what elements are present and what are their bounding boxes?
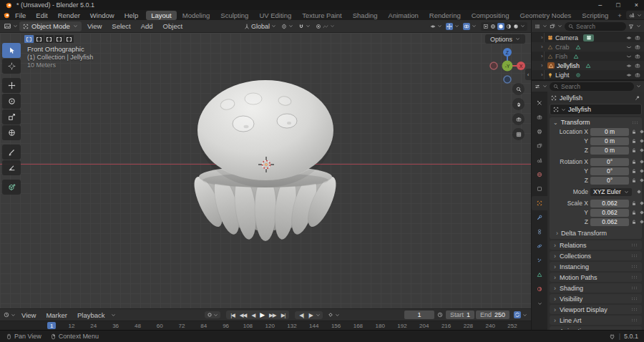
menu-edit[interactable]: Edit [31, 11, 52, 19]
select-mode-new[interactable] [24, 35, 34, 43]
select-mode-invert[interactable] [54, 35, 64, 43]
drag-grip-icon[interactable] [631, 286, 638, 290]
playback-button-5[interactable]: ▶| [279, 312, 288, 318]
expand-icon[interactable] [541, 53, 545, 59]
playback-button-2[interactable]: ◀ [249, 312, 257, 318]
playback-button-3[interactable]: ▶ [258, 311, 266, 318]
window-minimize-button[interactable]: – [598, 1, 602, 9]
render-visibility-icon[interactable] [635, 72, 640, 78]
xray-toggle-icon[interactable] [483, 24, 489, 29]
menu-window[interactable]: Window [85, 11, 119, 19]
stopwatch-icon[interactable] [437, 312, 443, 318]
rotation-x-field[interactable]: 0° [590, 158, 629, 166]
object-name-field[interactable]: Jellyfish [550, 104, 642, 115]
pan-button[interactable] [512, 98, 525, 110]
rotation-z-field[interactable]: 0° [590, 177, 629, 185]
animate-dot[interactable] [640, 169, 644, 173]
timeline-ruler[interactable]: 1 12243648607284961081201321441561681801… [0, 321, 531, 330]
properties-editor-icon[interactable] [535, 84, 540, 89]
tool-add-cube[interactable] [2, 180, 21, 195]
keying-set-controls[interactable] [328, 312, 340, 318]
workspace-tab-compositing[interactable]: Compositing [467, 11, 514, 20]
options-button[interactable]: Options [485, 34, 525, 44]
tab-view-layer[interactable] [532, 139, 547, 153]
scale-y-field[interactable]: 0.062 [590, 209, 629, 217]
lock-icon[interactable] [631, 177, 637, 183]
rendered-shading-icon[interactable] [513, 24, 519, 29]
eye-open-icon[interactable] [626, 35, 632, 41]
tab-object[interactable] [532, 196, 547, 210]
camera-data-icon[interactable] [583, 34, 594, 41]
outliner-search[interactable]: Search [565, 22, 626, 31]
viewport-menu-select[interactable]: Select [107, 22, 135, 30]
lock-icon[interactable] [631, 168, 637, 174]
render-visibility-icon[interactable] [635, 54, 640, 59]
playhead-badge[interactable]: 1 [47, 322, 56, 329]
workspace-tab-sculpting[interactable]: Sculpting [215, 11, 253, 20]
wireframe-shading-icon[interactable] [490, 24, 496, 29]
pivot-point-dropdown[interactable] [281, 24, 293, 29]
viewport-menu-object[interactable]: Object [159, 22, 187, 30]
overlays-toggle[interactable] [463, 23, 477, 30]
transform-orientation-dropdown[interactable]: Global [244, 23, 276, 30]
menu-render[interactable]: Render [53, 11, 85, 19]
eye-open-icon[interactable] [626, 72, 632, 78]
animate-dot[interactable] [637, 190, 641, 194]
eye-closed-icon[interactable] [626, 44, 632, 50]
tab-physics[interactable] [532, 239, 547, 253]
animate-dot[interactable] [640, 139, 644, 143]
sidebar-collapse-handle[interactable] [525, 69, 531, 80]
add-workspace-button[interactable]: + [613, 11, 626, 19]
drag-grip-icon[interactable] [631, 275, 638, 279]
workspace-tab-shading[interactable]: Shading [348, 11, 383, 20]
tool-scale[interactable] [2, 109, 21, 124]
viewport-canvas[interactable]: Front Orthographic (1) Collection | Jell… [0, 33, 531, 308]
playback-button-0[interactable]: |◀ [228, 312, 237, 318]
workspace-tab-texture-paint[interactable]: Texture Paint [297, 11, 346, 20]
workspace-tab-uv-editing[interactable]: UV Editing [254, 11, 296, 20]
auto-key-record-icon[interactable] [207, 312, 213, 318]
tab-output[interactable] [532, 124, 547, 139]
tab-particles[interactable] [532, 253, 547, 268]
workspace-tab-layout[interactable]: Layout [146, 11, 177, 20]
outliner-row-jellyfish[interactable]: Jellyfish [532, 61, 644, 70]
drag-grip-icon[interactable] [631, 318, 638, 322]
animate-dot[interactable] [640, 201, 644, 205]
tool-select-box[interactable] [2, 43, 21, 58]
tool-annotate[interactable] [2, 145, 21, 160]
drag-grip-icon[interactable] [631, 297, 638, 301]
tab-material[interactable] [532, 282, 547, 296]
tab-render[interactable] [532, 110, 547, 124]
drag-grip-icon[interactable] [631, 243, 638, 247]
workspace-tab-rendering[interactable]: Rendering [424, 11, 466, 20]
lock-icon[interactable] [631, 147, 637, 153]
workspace-tab-modeling[interactable]: Modeling [177, 11, 215, 20]
tab-collection[interactable] [532, 182, 547, 196]
gizmos-toggle[interactable] [446, 23, 459, 30]
rotation-mode-dropdown[interactable]: XYZ Euler [590, 188, 632, 196]
tool-transform[interactable] [2, 125, 21, 140]
tool-rotate[interactable] [2, 94, 21, 109]
properties-section-visibility[interactable]: Visibility [550, 294, 642, 303]
outliner-editor-icon[interactable] [535, 24, 540, 29]
drag-grip-icon[interactable] [631, 265, 638, 268]
window-close-button[interactable]: × [635, 1, 638, 9]
expand-icon[interactable] [541, 72, 545, 78]
outliner-row-light[interactable]: Light [532, 70, 644, 79]
current-frame-field[interactable]: 1 [404, 311, 434, 319]
location-x-field[interactable]: 0 m [590, 128, 629, 136]
tab-world[interactable] [532, 167, 547, 182]
location-z-field[interactable]: 0 m [590, 147, 629, 155]
solid-shading-icon[interactable] [498, 24, 504, 29]
render-visibility-icon[interactable] [635, 35, 640, 41]
tool-cursor[interactable] [2, 59, 21, 74]
animate-dot[interactable] [640, 148, 644, 152]
timeline-menu-marker[interactable]: Marker [42, 311, 72, 319]
playback-sync-dropdown[interactable] [514, 311, 527, 318]
expand-icon[interactable] [541, 44, 545, 50]
viewport-menu-view[interactable]: View [83, 22, 106, 30]
tool-move[interactable] [2, 78, 21, 93]
mode-dropdown[interactable]: Object Mode [19, 21, 82, 31]
tool-measure[interactable] [2, 160, 21, 175]
tab-modifiers[interactable] [532, 210, 547, 225]
